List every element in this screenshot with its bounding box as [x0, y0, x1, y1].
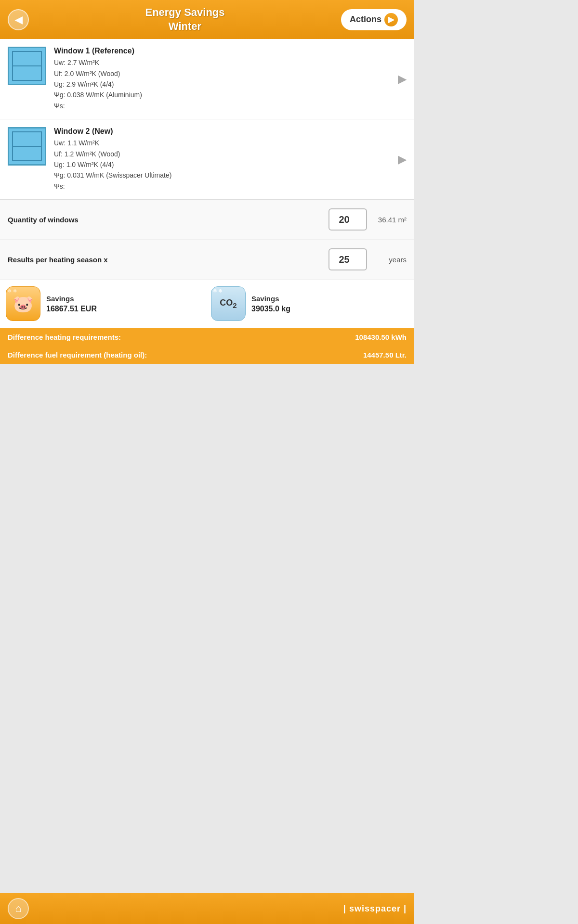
window1-ug: Ug: 2.9 W/m²K (4/4): [54, 79, 390, 90]
heating-diff-value: 108430.50 kWh: [355, 333, 407, 341]
co2-savings-card: ❄ ❄ CO2 Savings 39035.0 kg: [211, 286, 408, 321]
quantity-input[interactable]: [328, 208, 367, 231]
window1-uw: Uw: 2.7 W/m²K: [54, 57, 390, 68]
eur-savings-text: Savings 16867.51 EUR: [46, 295, 97, 313]
co2-savings-amount: 39035.0 kg: [251, 305, 290, 313]
swisspacer-logo: | swisspacer |: [343, 904, 407, 914]
heating-diff-row: Difference heating requirements: 108430.…: [0, 328, 414, 346]
main-content: Window 1 (Reference) Uw: 2.7 W/m²K Uf: 2…: [0, 39, 414, 893]
fuel-diff-label: Difference fuel requirement (heating oil…: [8, 351, 147, 359]
window2-ug: Ug: 1.0 W/m²K (4/4): [54, 159, 390, 170]
seasons-input[interactable]: [328, 248, 367, 270]
window1-psis: Ψs:: [54, 101, 390, 111]
actions-button[interactable]: Actions ▶: [341, 9, 407, 30]
window1-info: Window 1 (Reference) Uw: 2.7 W/m²K Uf: 2…: [54, 47, 390, 111]
window2-psis: Ψs:: [54, 181, 390, 192]
actions-label: Actions: [350, 14, 381, 25]
heating-diff-label: Difference heating requirements:: [8, 333, 121, 341]
window1-thumbnail: [8, 47, 46, 85]
window2-title: Window 2 (New): [54, 127, 390, 136]
eur-savings-card: ❄ ❄ 🐷 Savings 16867.51 EUR: [6, 286, 203, 321]
window2-uw: Uw: 1.1 W/m²K: [54, 138, 390, 148]
eur-savings-amount: 16867.51 EUR: [46, 305, 97, 313]
window1-title: Window 1 (Reference): [54, 47, 390, 55]
piggy-bank-icon: ❄ ❄ 🐷: [6, 286, 40, 321]
co2-savings-text: Savings 39035.0 kg: [251, 295, 290, 313]
window2-uf: Uf: 1.2 W/m²K (Wood): [54, 149, 390, 159]
title-line1: Energy Savings: [145, 6, 224, 18]
co2-icon: ❄ ❄ CO2: [211, 286, 246, 321]
window2-row: Window 2 (New) Uw: 1.1 W/m²K Uf: 1.2 W/m…: [0, 119, 414, 200]
seasons-row: Results per heating season x years: [0, 240, 414, 280]
gray-fill-area: [0, 364, 414, 893]
footer: ⌂ | swisspacer |: [0, 893, 414, 924]
seasons-unit: years: [373, 256, 407, 264]
seasons-label: Results per heating season x: [8, 256, 323, 264]
window2-chevron-icon[interactable]: ▶: [398, 153, 407, 166]
quantity-row: Quantity of windows 36.41 m²: [0, 200, 414, 240]
window2-info: Window 2 (New) Uw: 1.1 W/m²K Uf: 1.2 W/m…: [54, 127, 390, 192]
savings-section: ❄ ❄ 🐷 Savings 16867.51 EUR ❄ ❄ CO2 Savin…: [0, 280, 414, 328]
header-title: Energy Savings Winter: [29, 6, 341, 33]
title-line2: Winter: [169, 20, 201, 32]
window1-row: Window 1 (Reference) Uw: 2.7 W/m²K Uf: 2…: [0, 39, 414, 119]
quantity-label: Quantity of windows: [8, 216, 323, 224]
fuel-diff-row: Difference fuel requirement (heating oil…: [0, 346, 414, 364]
co2-savings-label: Savings: [251, 295, 290, 303]
eur-savings-label: Savings: [46, 295, 97, 303]
quantity-unit: 36.41 m²: [373, 216, 407, 224]
actions-chevron-icon: ▶: [384, 13, 398, 26]
home-button[interactable]: ⌂: [8, 898, 29, 919]
window1-psig: Ψg: 0.038 W/mK (Aluminium): [54, 90, 390, 100]
window1-chevron-icon[interactable]: ▶: [398, 72, 407, 86]
fuel-diff-value: 14457.50 Ltr.: [363, 351, 407, 359]
back-button[interactable]: ◀: [8, 9, 29, 30]
window2-thumbnail: [8, 127, 46, 166]
window1-uf: Uf: 2.0 W/m²K (Wood): [54, 68, 390, 79]
header: ◀ Energy Savings Winter Actions ▶: [0, 0, 414, 39]
window2-psig: Ψg: 0.031 W/mK (Swisspacer Ultimate): [54, 170, 390, 180]
